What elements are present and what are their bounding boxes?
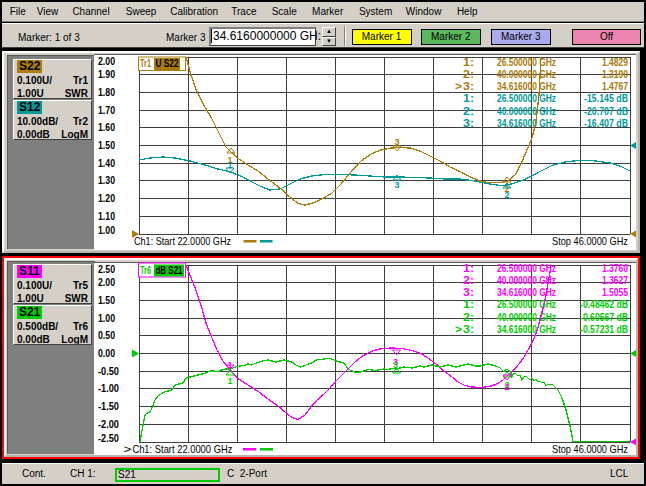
svg-text:U S22: U S22	[156, 57, 179, 69]
svg-text:-2.50: -2.50	[98, 433, 119, 444]
svg-text:1.20: 1.20	[98, 193, 115, 204]
svg-text:-16.407 dB: -16.407 dB	[584, 117, 628, 129]
svg-text:-0.48462 dB: -0.48462 dB	[580, 298, 628, 310]
svg-text:34.616000 GHz: 34.616000 GHz	[497, 80, 556, 92]
svg-text:40.000000 GHz: 40.000000 GHz	[497, 68, 556, 80]
svg-text:1.60: 1.60	[98, 122, 115, 133]
svg-text:Tr6: Tr6	[140, 264, 151, 276]
svg-text:1.90: 1.90	[98, 69, 115, 80]
svg-text:1.50: 1.50	[98, 295, 115, 306]
svg-text:dB S21: dB S21	[156, 264, 183, 276]
svg-text:-15.145 dB: -15.145 dB	[584, 92, 628, 104]
svg-text:1.3760: 1.3760	[602, 262, 628, 274]
svg-text:1.4767: 1.4767	[602, 80, 628, 92]
svg-text:Ch1: Start 22.0000 GHz: Ch1: Start 22.0000 GHz	[132, 443, 232, 455]
svg-text:>: >	[455, 323, 462, 335]
svg-text:40.000000 GHz: 40.000000 GHz	[497, 311, 556, 323]
svg-text:1:: 1:	[463, 92, 474, 104]
svg-text:26.500000 GHz: 26.500000 GHz	[497, 262, 556, 274]
svg-text:1.10: 1.10	[98, 211, 115, 222]
svg-text:3:: 3:	[463, 80, 474, 92]
svg-text:Ch1: Start 22.0000 GHz: Ch1: Start 22.0000 GHz	[134, 235, 231, 247]
svg-text:1.50: 1.50	[98, 140, 115, 151]
svg-text:-1.50: -1.50	[98, 401, 119, 412]
svg-text:1.4829: 1.4829	[602, 56, 628, 68]
svg-text:1:: 1:	[463, 262, 474, 274]
svg-text:2:: 2:	[463, 68, 474, 80]
svg-text:3:: 3:	[463, 117, 474, 129]
svg-text:>: >	[124, 443, 132, 455]
svg-text:-1.00: -1.00	[98, 383, 119, 394]
svg-text:34.616000 GHz: 34.616000 GHz	[497, 323, 556, 335]
svg-text:1.00: 1.00	[98, 225, 115, 236]
svg-text:40.000000 GHz: 40.000000 GHz	[497, 105, 556, 117]
svg-text:-0.57231 dB: -0.57231 dB	[580, 323, 628, 335]
svg-text:3:: 3:	[463, 323, 474, 335]
svg-text:2.50: 2.50	[98, 264, 115, 275]
svg-text:26.500000 GHz: 26.500000 GHz	[497, 56, 556, 68]
svg-text:1:: 1:	[463, 298, 474, 310]
svg-text:1.70: 1.70	[98, 105, 115, 116]
svg-text:Stop 46.0000 GHz: Stop 46.0000 GHz	[552, 235, 628, 247]
svg-text:1.00: 1.00	[98, 313, 115, 324]
svg-text:1.40: 1.40	[98, 158, 115, 169]
svg-text:-20.707 dB: -20.707 dB	[584, 105, 628, 117]
svg-text:0.50: 0.50	[98, 330, 115, 341]
svg-text:1.5055: 1.5055	[602, 286, 628, 298]
svg-text:2: 2	[505, 190, 510, 200]
svg-text:2:: 2:	[463, 274, 474, 286]
svg-text:26.500000 GHz: 26.500000 GHz	[497, 298, 556, 310]
svg-text:2:: 2:	[463, 105, 474, 117]
svg-text:2:: 2:	[463, 311, 474, 323]
svg-text:34.616000 GHz: 34.616000 GHz	[497, 117, 556, 129]
svg-text:1.3190: 1.3190	[602, 68, 628, 80]
svg-text:2: 2	[505, 382, 510, 392]
svg-text:Tr1: Tr1	[140, 57, 151, 69]
svg-text:1.3627: 1.3627	[602, 274, 628, 286]
svg-text:1: 1	[228, 376, 233, 386]
svg-text:2.00: 2.00	[98, 56, 115, 67]
svg-text:0.00: 0.00	[98, 348, 115, 359]
svg-text:2.00: 2.00	[98, 277, 115, 288]
svg-text:1:: 1:	[463, 56, 474, 68]
svg-text:Stop 46.0000 GHz: Stop 46.0000 GHz	[552, 443, 628, 455]
svg-text:3:: 3:	[463, 286, 474, 298]
svg-text:1.30: 1.30	[98, 175, 115, 186]
svg-text:-2.00: -2.00	[98, 419, 119, 430]
svg-text:3: 3	[395, 180, 400, 190]
svg-text:26.500000 GHz: 26.500000 GHz	[497, 92, 556, 104]
svg-text:>: >	[455, 80, 462, 92]
svg-text:-0.50: -0.50	[98, 366, 119, 377]
svg-text:-0.60567 dB: -0.60567 dB	[580, 311, 628, 323]
svg-text:1.80: 1.80	[98, 87, 115, 98]
